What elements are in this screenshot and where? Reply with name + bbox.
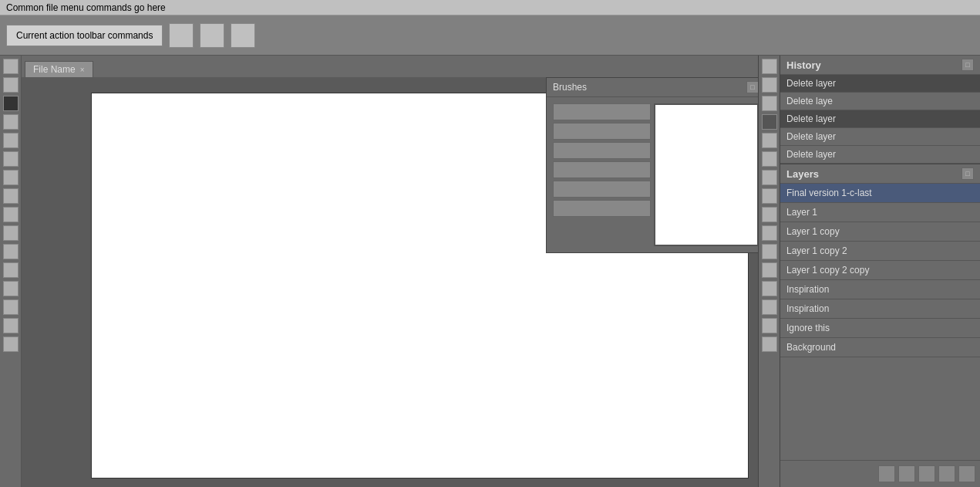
- tool-btn-5[interactable]: [3, 133, 19, 148]
- right-strip-btn-3[interactable]: [762, 96, 777, 111]
- canvas-container: Brushes □: [22, 77, 758, 487]
- brushes-title: Brushes: [553, 82, 587, 93]
- layers-header: Layers □: [780, 164, 980, 184]
- brushes-grid: [547, 97, 758, 252]
- history-item-1[interactable]: Delete layer: [780, 75, 980, 93]
- toolbar-action-button[interactable]: Current action toolbar commands: [6, 25, 163, 46]
- brush-preview: [654, 103, 758, 246]
- tool-btn-13[interactable]: [3, 281, 19, 296]
- right-strip-btn-8[interactable]: [762, 188, 777, 204]
- tool-btn-2[interactable]: [3, 77, 19, 93]
- right-panel: History □ Delete layer Delete laye Delet…: [780, 56, 980, 487]
- layer-footer-btn-5[interactable]: [958, 465, 975, 482]
- layer-footer-btn-1[interactable]: [878, 465, 895, 482]
- tab-label: File Name: [33, 64, 76, 75]
- right-strip-btn-14[interactable]: [762, 299, 777, 315]
- right-strip-btn-2[interactable]: [762, 77, 777, 93]
- layers-title: Layers: [786, 168, 819, 180]
- menu-bar: Common file menu commands go here: [0, 0, 980, 15]
- tool-btn-15[interactable]: [3, 318, 19, 333]
- layers-panel: Layers □ Final version 1-c-last Layer 1 …: [780, 164, 980, 487]
- toolbar-sq-btn-3[interactable]: [231, 23, 255, 48]
- layers-footer: [780, 460, 980, 487]
- history-item-3[interactable]: Delete layer: [780, 110, 980, 128]
- right-strip-btn-1[interactable]: [762, 59, 777, 74]
- history-header: History □: [780, 56, 980, 75]
- right-strip-btn-4[interactable]: [762, 114, 777, 130]
- tool-btn-16[interactable]: [3, 337, 19, 352]
- toolbar-sq-btn-2[interactable]: [200, 23, 224, 48]
- tab-bar: File Name ×: [22, 56, 758, 77]
- menu-bar-text: Common file menu commands go here: [6, 2, 166, 13]
- brushes-list: [553, 103, 651, 246]
- layer-item-3[interactable]: Layer 1 copy 2: [780, 242, 980, 261]
- right-strip-btn-7[interactable]: [762, 170, 777, 185]
- layer-item-2[interactable]: Layer 1 copy: [780, 222, 980, 242]
- main-layout: File Name × Brushes □: [0, 56, 980, 487]
- layer-item-5[interactable]: Inspiration: [780, 280, 980, 299]
- layer-item-6[interactable]: Inspiration: [780, 299, 980, 319]
- brush-item-6[interactable]: [553, 200, 651, 217]
- layer-item-1[interactable]: Layer 1: [780, 203, 980, 222]
- layer-item-0[interactable]: Final version 1-c-last: [780, 184, 980, 203]
- layer-item-8[interactable]: Background: [780, 338, 980, 357]
- tool-btn-4[interactable]: [3, 114, 19, 130]
- right-strip-btn-12[interactable]: [762, 262, 777, 278]
- right-strip-btn-11[interactable]: [762, 244, 777, 259]
- toolbar: Current action toolbar commands: [0, 15, 980, 56]
- tool-btn-1[interactable]: [3, 59, 19, 74]
- tool-btn-10[interactable]: [3, 225, 19, 241]
- history-item-2[interactable]: Delete laye: [780, 93, 980, 110]
- file-tab[interactable]: File Name ×: [25, 61, 93, 77]
- right-strip-btn-16[interactable]: [762, 337, 777, 352]
- right-strip-btn-6[interactable]: [762, 151, 777, 167]
- brushes-header: Brushes □: [547, 78, 758, 97]
- brushes-panel: Brushes □: [546, 77, 758, 253]
- right-strip-btn-15[interactable]: [762, 318, 777, 333]
- right-strip-btn-9[interactable]: [762, 207, 777, 222]
- tool-btn-11[interactable]: [3, 244, 19, 259]
- tool-btn-8[interactable]: [3, 188, 19, 204]
- history-title: History: [786, 59, 821, 71]
- tool-btn-12[interactable]: [3, 262, 19, 278]
- brush-item-4[interactable]: [553, 161, 651, 178]
- brush-item-3[interactable]: [553, 142, 651, 159]
- tool-btn-7[interactable]: [3, 170, 19, 185]
- layer-footer-btn-2[interactable]: [898, 465, 915, 482]
- layer-item-7[interactable]: Ignore this: [780, 319, 980, 338]
- tab-close-btn[interactable]: ×: [80, 66, 85, 74]
- tool-btn-6[interactable]: [3, 151, 19, 167]
- brushes-close-btn[interactable]: □: [746, 81, 758, 93]
- brush-item-2[interactable]: [553, 123, 651, 140]
- tool-btn-14[interactable]: [3, 299, 19, 315]
- layer-footer-btn-4[interactable]: [938, 465, 955, 482]
- right-strip-btn-13[interactable]: [762, 281, 777, 296]
- layer-footer-btn-3[interactable]: [918, 465, 935, 482]
- layer-item-4[interactable]: Layer 1 copy 2 copy: [780, 261, 980, 280]
- tool-btn-9[interactable]: [3, 207, 19, 222]
- history-panel: History □ Delete layer Delete laye Delet…: [780, 56, 980, 164]
- toolbar-sq-btn-1[interactable]: [169, 23, 194, 48]
- tool-btn-3[interactable]: [3, 96, 19, 111]
- history-item-4[interactable]: Delete layer: [780, 128, 980, 146]
- right-strip-btn-5[interactable]: [762, 133, 777, 148]
- content-area: File Name × Brushes □: [22, 56, 758, 487]
- left-tools-panel: [0, 56, 22, 487]
- history-item-5[interactable]: Delete layer: [780, 146, 980, 164]
- right-strip: [758, 56, 780, 487]
- brush-item-5[interactable]: [553, 181, 651, 198]
- layers-close-btn[interactable]: □: [961, 167, 974, 180]
- right-strip-btn-10[interactable]: [762, 225, 777, 241]
- brush-item-1[interactable]: [553, 103, 651, 120]
- history-close-btn[interactable]: □: [961, 59, 974, 71]
